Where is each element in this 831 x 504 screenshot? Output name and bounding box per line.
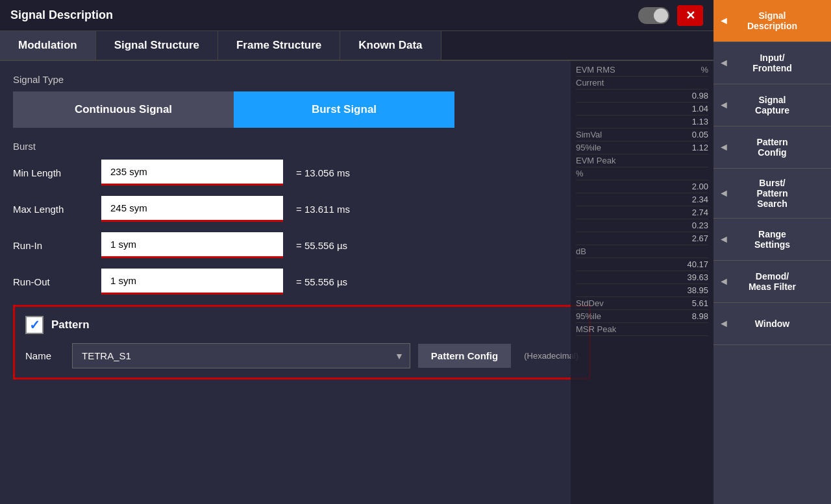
bg-row-9-value: 2.34 [692,195,708,204]
bg-95ile2-value: 8.98 [692,311,708,321]
sidebar-item-demod-meas-filter[interactable]: ◄ Demod/ Meas Filter [713,261,831,303]
bg-simval-value: 0.05 [692,130,708,139]
main-dialog: Signal Description ✕ Modulation Signal S… [0,0,713,504]
pattern-section: ✓ Pattern Name TETRA_S1 ▼ Pattern Config… [13,305,591,379]
bg-row-8: 2.00 [576,180,708,193]
max-length-input[interactable] [101,196,283,222]
sidebar-label-pattern-config: Pattern Config [756,137,788,158]
tab-modulation[interactable]: Modulation [0,31,96,60]
close-button[interactable]: ✕ [677,5,703,26]
pattern-config-button[interactable]: Pattern Config [418,344,511,368]
title-bar: Signal Description ✕ [0,0,713,31]
bg-stddev-value: 5.61 [692,298,708,308]
bg-db-label: dB [576,246,586,256]
sidebar-item-input-frontend[interactable]: ◄ Input/ Frontend [713,42,831,84]
run-in-label: Run-In [13,240,91,251]
bg-row-3: 1.13 [576,115,708,128]
bg-simval-label: SimVal [576,130,602,139]
bg-row-16: 38.95 [576,284,708,297]
bg-stddev-label: StdDev [576,298,604,308]
dialog-title: Signal Description [10,8,113,22]
bg-95ile2-row: 95%ile 8.98 [576,310,708,323]
min-length-label: Min Length [13,167,91,178]
pattern-checkbox[interactable]: ✓ [25,316,43,334]
bg-current-row: Current [576,77,708,90]
content-area: EVM RMS % Current 0.98 1.04 1.13 SimVal [0,61,713,504]
enable-toggle[interactable] [638,7,669,24]
bg-db-row: dB [576,245,708,258]
bg-msrpeak-label: MSR Peak [576,324,616,334]
run-out-computed: = 55.556 µs [296,276,347,287]
sidebar-item-range-settings[interactable]: ◄ Range Settings [713,219,831,261]
bg-msrpeak-row: MSR Peak [576,323,708,336]
bg-row-12: 2.67 [576,232,708,245]
tab-signal-structure[interactable]: Signal Structure [96,31,218,60]
max-length-label: Max Length [13,204,91,215]
bg-row-10: 2.74 [576,206,708,219]
bg-pct2-row: % [576,167,708,180]
bg-row-3-value: 1.13 [692,117,708,126]
bg-evm-label: EVM RMS [576,65,615,75]
run-out-input[interactable] [101,269,283,294]
sidebar-item-burst-pattern-search[interactable]: ◄ Burst/ Pattern Search [713,169,831,219]
name-select-wrapper: TETRA_S1 ▼ [72,343,410,368]
sidebar-label-signal-description: Signal Description [747,10,797,31]
sidebar-item-signal-capture[interactable]: ◄ Signal Capture [713,84,831,126]
min-length-computed: = 13.056 ms [296,167,350,178]
bg-row-10-value: 2.74 [692,208,708,217]
bg-simval-row: SimVal 0.05 [576,128,708,141]
bg-row-15: 39.63 [576,271,708,284]
sidebar-arrow-demod-meas-filter: ◄ [719,276,729,287]
bg-95ile2-label: 95%ile [576,311,601,321]
bg-pct2-label: % [576,169,584,178]
checkbox-check-icon: ✓ [29,317,40,333]
sidebar-label-demod-meas-filter: Demod/ Meas Filter [749,271,796,292]
bg-row-8-value: 2.00 [692,182,708,191]
min-length-input[interactable] [101,160,283,186]
bg-row-11: 0.23 [576,219,708,232]
sidebar-arrow-input-frontend: ◄ [719,57,729,69]
pattern-header: ✓ Pattern [25,316,578,334]
tab-known-data[interactable]: Known Data [340,31,441,60]
sidebar-label-range-settings: Range Settings [754,229,790,250]
continuous-signal-button[interactable]: Continuous Signal [13,91,234,128]
sidebar-arrow-burst-pattern-search: ◄ [719,187,729,199]
bg-row-2: 1.04 [576,102,708,115]
run-in-computed: = 55.556 µs [296,240,347,251]
bg-pct-label: % [701,65,708,75]
name-label: Name [25,350,64,361]
sidebar-label-input-frontend: Input/ Frontend [752,53,792,73]
sidebar-item-pattern-config[interactable]: ◄ Pattern Config [713,126,831,169]
run-out-label: Run-Out [13,276,91,287]
bg-current-label: Current [576,78,604,88]
bg-data-overlay: EVM RMS % Current 0.98 1.04 1.13 SimVal [571,61,713,504]
bg-row-2-value: 1.04 [692,104,708,114]
pattern-label: Pattern [51,318,90,331]
sidebar-label-burst-pattern-search: Burst/ Pattern Search [756,178,788,209]
sidebar-item-signal-description[interactable]: ◄ Signal Description [713,0,831,42]
title-controls: ✕ [638,5,703,26]
bg-evm-header: EVM RMS % [576,64,708,77]
name-select[interactable]: TETRA_S1 [72,343,410,368]
right-sidebar: ◄ Signal Description ◄ Input/ Frontend ◄… [713,0,831,504]
bg-row-9: 2.34 [576,193,708,206]
bg-row-12-value: 2.67 [692,234,708,243]
sidebar-arrow-signal-capture: ◄ [719,99,729,111]
sidebar-item-window[interactable]: ◄ Window [713,303,831,345]
bg-95ile-value: 1.12 [692,143,708,152]
sidebar-arrow-window: ◄ [719,318,729,330]
burst-signal-button[interactable]: Burst Signal [234,91,454,128]
bg-row-14-value: 40.17 [687,259,708,269]
tab-frame-structure[interactable]: Frame Structure [218,31,340,60]
bg-row-1-value: 0.98 [692,91,708,101]
bg-stddev-row: StdDev 5.61 [576,297,708,310]
sidebar-arrow-range-settings: ◄ [719,234,729,245]
max-length-computed: = 13.611 ms [296,204,350,215]
pattern-name-row: Name TETRA_S1 ▼ Pattern Config (Hexadeci… [25,343,578,368]
toggle-knob [654,8,668,23]
tab-bar: Modulation Signal Structure Frame Struct… [0,31,713,61]
bg-95ile-row: 95%ile 1.12 [576,141,708,154]
bg-row-1: 0.98 [576,90,708,102]
bg-95ile-label: 95%ile [576,143,601,152]
run-in-input[interactable] [101,232,283,258]
